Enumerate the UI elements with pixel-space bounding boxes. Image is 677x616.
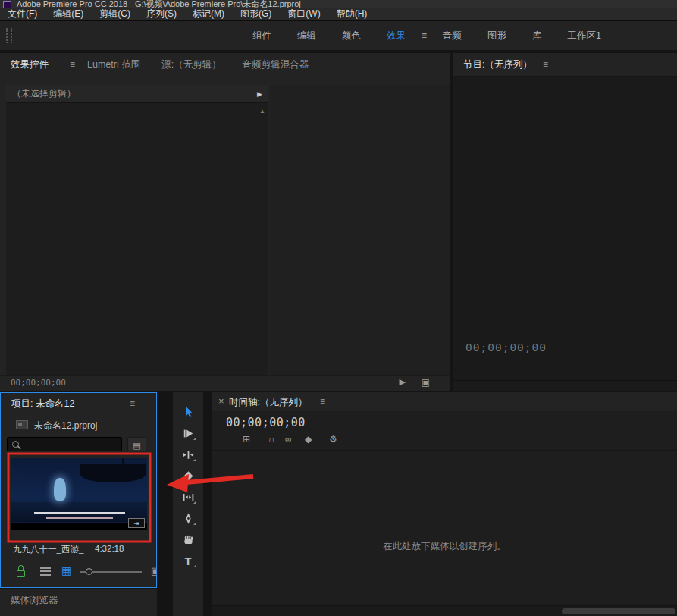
program-divider <box>453 380 677 381</box>
program-video-area: 00;00;00;00 ◆ { } ⇤ ◂| ▶ <box>453 76 677 391</box>
ripple-edit-tool[interactable] <box>180 448 196 461</box>
thumbnail-subtitle-line <box>34 512 125 514</box>
razor-tool[interactable] <box>180 469 196 482</box>
project-panel: 项目: 未命名12 ≡ 未命名12.prproj ▤ ⇥ 九九八十一_西游_ 4… <box>0 392 157 588</box>
project-file-name: 未命名12.prproj <box>34 420 97 432</box>
track-select-forward-icon <box>182 427 195 440</box>
mark-in-button[interactable]: { <box>559 390 563 391</box>
tab-source-monitor[interactable]: 源:（无剪辑） <box>161 58 221 71</box>
mark-out-button[interactable]: } <box>584 390 588 391</box>
timeline-header-divider <box>212 450 677 451</box>
menu-help[interactable]: 帮助(H) <box>337 8 368 20</box>
pen-icon <box>182 512 195 525</box>
workspace-tab-editing[interactable]: 编辑 <box>284 21 329 50</box>
timeline-empty-message: 在此处放下媒体以创建序列。 <box>212 540 677 553</box>
tab-timeline[interactable]: 时间轴:（无序列） <box>229 396 307 409</box>
tab-effect-controls[interactable]: 效果控件 <box>11 58 49 71</box>
effect-controls-timecode[interactable]: 00;00;00;00 <box>11 378 66 388</box>
close-panel-icon[interactable]: × <box>218 395 224 407</box>
tab-program-monitor[interactable]: 节目:（无序列） <box>463 58 532 71</box>
workspace-tab-assembly[interactable]: 组件 <box>240 21 284 50</box>
play-button[interactable]: ▶ <box>669 390 676 391</box>
search-bin-icon: ▤ <box>133 441 140 450</box>
panel-menu-icon[interactable]: ≡ <box>543 59 548 70</box>
clip-selector-label: （未选择剪辑） <box>12 87 257 100</box>
lock-body <box>17 570 25 577</box>
icon-view-button[interactable]: ▦ <box>61 564 71 577</box>
clip-list-item[interactable]: 九九八十一_西游_ 4:32:18 <box>1 542 156 558</box>
play-audio-icon[interactable]: ▶ <box>400 377 406 387</box>
workspace-tab-effects[interactable]: 效果 <box>374 21 418 50</box>
program-timecode[interactable]: 00;00;00;00 <box>465 341 547 354</box>
effect-controls-timeline-area <box>270 85 450 376</box>
panel-menu-icon[interactable]: ≡ <box>130 398 135 409</box>
menu-edit[interactable]: 编辑(E) <box>53 8 83 20</box>
workspace-bar: 组件 编辑 颜色 效果 ≡ 音频 图形 库 工作区1 <box>0 21 677 50</box>
thumbnail-subtitle-line <box>46 517 113 519</box>
menu-clip[interactable]: 剪辑(C) <box>99 8 130 20</box>
timeline-tabstrip: × 时间轴:（无序列） ≡ <box>212 392 677 411</box>
ripple-edit-icon <box>182 448 195 461</box>
effect-controls-list-area: （未选择剪辑） ▶ ▲ <box>6 85 268 376</box>
zoom-slider-knob[interactable] <box>86 568 92 575</box>
program-tabstrip: 节目:（无序列） ≡ <box>453 53 677 76</box>
workspace-tab-workspace1[interactable]: 工作区1 <box>555 21 614 50</box>
media-type-badge: ⇥ <box>128 518 145 528</box>
effect-controls-footer: 00;00;00;00 ▶ ▣ <box>0 375 450 391</box>
workspace-menu-icon[interactable]: ≡ <box>418 30 430 41</box>
menu-file[interactable]: 文件(F) <box>8 8 37 20</box>
project-file-row[interactable]: 未命名12.prproj <box>1 417 156 434</box>
step-back-button[interactable]: ◂| <box>641 390 648 391</box>
pen-tool[interactable] <box>180 511 196 525</box>
clipped-toolbar-icon[interactable]: ▣ <box>151 565 157 577</box>
project-writable-lock-icon[interactable] <box>16 565 27 577</box>
hand-tool[interactable] <box>180 533 196 546</box>
add-marker-icon[interactable]: ◆ <box>305 434 312 445</box>
workspace-tab-audio[interactable]: 音频 <box>430 21 475 50</box>
clip-selector-dropdown[interactable]: （未选择剪辑） ▶ <box>6 85 268 103</box>
panel-menu-icon[interactable]: ≡ <box>70 59 75 70</box>
tab-audio-clip-mixer[interactable]: 音频剪辑混合器 <box>243 58 309 71</box>
track-select-forward-tool[interactable] <box>180 426 196 440</box>
program-transport-controls: ◆ { } ⇤ ◂| ▶ <box>453 383 677 391</box>
timeline-timecode[interactable]: 00;00;00;00 <box>226 416 306 429</box>
workspace-grip-icon <box>6 28 12 43</box>
tab-project[interactable]: 项目: 未命名12 <box>11 398 74 410</box>
tab-media-browser[interactable]: 媒体浏览器 <box>11 594 58 607</box>
timeline-horizontal-scrollbar[interactable] <box>562 608 675 614</box>
slip-tool[interactable] <box>180 490 196 504</box>
media-browser-panel: 媒体浏览器 <box>0 589 157 616</box>
tab-lumetri-scopes[interactable]: Lumetri 范围 <box>87 58 140 71</box>
create-search-bin-button[interactable]: ▤ <box>127 437 146 451</box>
timeline-settings-icon[interactable]: ⚙ <box>329 434 337 445</box>
snap-icon[interactable]: ∩ <box>268 434 275 445</box>
zoom-slider[interactable] <box>80 563 142 580</box>
menu-marker[interactable]: 标记(M) <box>193 8 224 20</box>
menu-graphics[interactable]: 图形(G) <box>240 8 271 20</box>
project-tabstrip: 项目: 未命名12 ≡ <box>1 393 156 414</box>
nest-sequence-icon[interactable]: ⊞ <box>243 434 250 445</box>
chevron-right-icon: ▶ <box>257 90 262 98</box>
list-view-button[interactable] <box>40 567 51 576</box>
razor-icon <box>182 470 195 482</box>
menu-window[interactable]: 窗口(W) <box>287 8 320 20</box>
menu-sequence[interactable]: 序列(S) <box>146 8 177 20</box>
type-tool[interactable]: T <box>180 554 196 567</box>
effect-controls-tabstrip: 效果控件 ≡ Lumetri 范围 源:（无剪辑） 音频剪辑混合器 <box>0 53 450 76</box>
workspace-tab-libraries[interactable]: 库 <box>519 21 555 50</box>
go-to-in-button[interactable]: ⇤ <box>616 390 625 391</box>
scrollbar-up-icon[interactable]: ▲ <box>259 108 265 115</box>
project-file-icon <box>16 420 28 429</box>
linked-selection-icon[interactable]: ∞ <box>285 434 292 445</box>
search-input[interactable] <box>7 437 122 451</box>
workspace-tab-graphics[interactable]: 图形 <box>475 21 519 50</box>
slip-icon <box>182 491 195 504</box>
clip-thumbnail[interactable]: ⇥ <box>11 458 147 530</box>
add-marker-button[interactable]: ◆ <box>531 390 538 391</box>
panel-menu-icon[interactable]: ≡ <box>320 396 325 407</box>
export-frame-icon[interactable]: ▣ <box>422 377 430 388</box>
search-icon <box>12 441 19 448</box>
selection-tool-icon <box>182 406 195 419</box>
selection-tool[interactable] <box>180 405 196 419</box>
workspace-tab-color[interactable]: 颜色 <box>329 21 374 50</box>
